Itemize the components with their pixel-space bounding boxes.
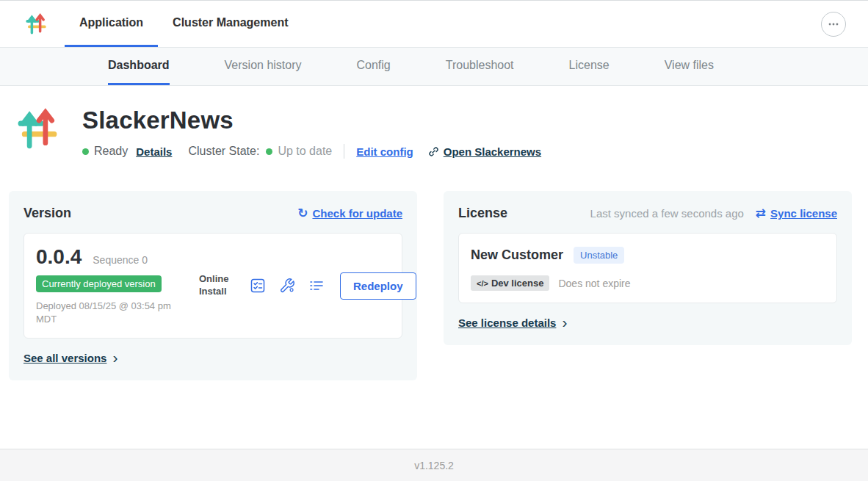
app-title-block: SlackerNews Ready Details Cluster State:… — [82, 106, 541, 159]
subnav-item-config[interactable]: Config — [357, 48, 391, 85]
page-title: SlackerNews — [82, 106, 541, 134]
tab-application[interactable]: Application — [65, 1, 158, 47]
checklist-icon — [250, 278, 266, 294]
install-type-label: Online Install — [199, 273, 236, 298]
slackernews-logo-icon — [25, 12, 47, 36]
app-header: SlackerNews Ready Details Cluster State:… — [16, 106, 868, 159]
console-version: v1.125.2 — [414, 460, 454, 471]
sync-icon: ⇄ — [756, 206, 766, 221]
tab-cluster-management[interactable]: Cluster Management — [158, 1, 303, 47]
current-version-panel: 0.0.4 Sequence 0 Currently deployed vers… — [23, 233, 402, 339]
admin-console-page: Application Cluster Management Dashboard… — [0, 0, 868, 481]
slackernews-logo-icon — [16, 106, 59, 152]
dashboard-content: SlackerNews Ready Details Cluster State:… — [0, 86, 868, 449]
status-details-link[interactable]: Details — [136, 145, 172, 158]
version-card: Version ↻ Check for update 0.0.4 Sequenc… — [9, 191, 417, 380]
vertical-divider — [344, 144, 344, 159]
customer-name: New Customer — [471, 247, 563, 263]
subnav-item-license[interactable]: License — [569, 48, 610, 85]
app-subnav: Dashboard Version history Config Trouble… — [0, 48, 868, 86]
app-ready-dot — [82, 148, 89, 155]
version-actions: Online Install — [199, 272, 416, 300]
license-type-label: Dev license — [491, 278, 544, 289]
console-footer: v1.125.2 — [0, 449, 868, 481]
channel-badge: Unstable — [574, 247, 624, 264]
redeploy-button[interactable]: Redeploy — [340, 272, 416, 300]
wrench-gear-icon — [279, 278, 295, 294]
sync-license-link[interactable]: ⇄ Sync license — [756, 206, 837, 221]
open-app-link[interactable]: Open Slackernews — [428, 145, 541, 158]
app-logo-large — [16, 106, 59, 159]
app-logo-small — [25, 1, 47, 47]
app-status-label: Ready — [94, 145, 128, 158]
code-icon: </> — [477, 279, 488, 288]
sync-license-label: Sync license — [770, 207, 837, 220]
see-all-versions-label: See all versions — [23, 352, 106, 364]
license-card-header: License Last synced a few seconds ago ⇄ … — [458, 206, 837, 221]
license-card-title: License — [458, 206, 507, 221]
version-card-title: Version — [23, 206, 71, 221]
check-for-update-link[interactable]: ↻ Check for update — [297, 206, 402, 221]
deployed-timestamp: Deployed 08/15/25 @ 03:54 pm MDT — [36, 300, 187, 326]
check-for-update-label: Check for update — [312, 207, 402, 220]
sequence-label: Sequence 0 — [93, 254, 148, 266]
version-info: 0.0.4 Sequence 0 Currently deployed vers… — [36, 245, 196, 326]
see-license-details-label: See license details — [458, 317, 556, 329]
license-expiration: Does not expire — [558, 278, 630, 289]
see-license-details-link[interactable]: See license details › — [458, 315, 567, 330]
preflight-checks-button[interactable] — [250, 278, 266, 294]
see-all-versions-link[interactable]: See all versions › — [23, 350, 117, 366]
version-card-header: Version ↻ Check for update — [23, 206, 402, 221]
dashboard-cards: Version ↻ Check for update 0.0.4 Sequenc… — [9, 191, 859, 380]
subnav-item-version-history[interactable]: Version history — [225, 48, 302, 85]
more-options-button[interactable] — [821, 12, 846, 37]
release-notes-button[interactable] — [308, 278, 325, 294]
top-navbar: Application Cluster Management — [0, 1, 868, 48]
top-tabs: Application Cluster Management — [65, 1, 303, 47]
license-panel: New Customer Unstable </> Dev license Do… — [458, 233, 837, 303]
chevron-right-icon: › — [112, 350, 117, 365]
subnav-item-troubleshoot[interactable]: Troubleshoot — [446, 48, 514, 85]
refresh-icon: ↻ — [297, 206, 308, 221]
deployed-badge: Currently deployed version — [36, 275, 162, 292]
ellipsis-icon — [827, 18, 840, 31]
subnav-item-dashboard[interactable]: Dashboard — [108, 48, 170, 85]
cluster-state-label: Cluster State: — [188, 145, 259, 158]
subnav-item-view-files[interactable]: View files — [665, 48, 714, 85]
cluster-state-dot — [266, 148, 272, 155]
list-icon — [308, 278, 325, 294]
link-chain-icon — [428, 146, 439, 157]
license-type-badge: </> Dev license — [471, 275, 549, 291]
open-app-label: Open Slackernews — [444, 145, 541, 158]
edit-config-link[interactable]: Edit config — [356, 145, 413, 158]
chevron-right-icon: › — [562, 314, 567, 330]
version-number: 0.0.4 — [36, 245, 82, 269]
last-synced-text: Last synced a few seconds ago — [590, 207, 744, 220]
config-tools-button[interactable] — [279, 278, 295, 294]
license-card: License Last synced a few seconds ago ⇄ … — [444, 191, 852, 345]
cluster-state-value: Up to date — [278, 145, 332, 158]
app-status-row: Ready Details Cluster State: Up to date … — [82, 144, 541, 159]
